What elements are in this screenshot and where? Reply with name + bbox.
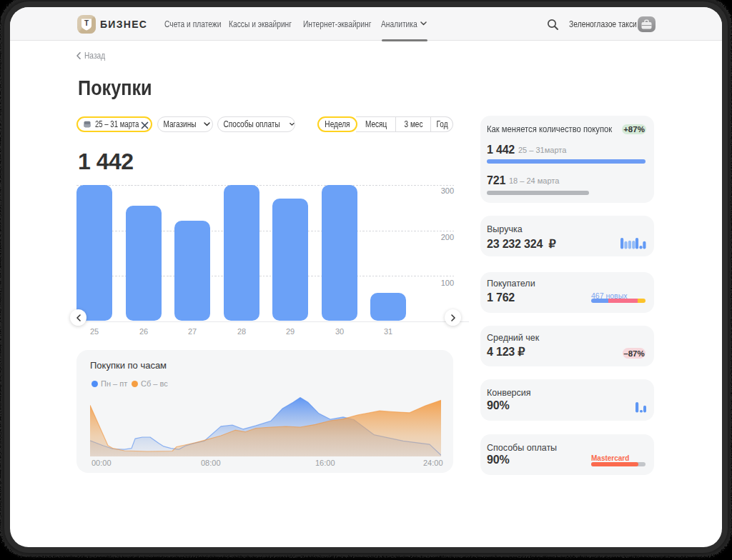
svg-text:Т: Т: [84, 19, 89, 27]
